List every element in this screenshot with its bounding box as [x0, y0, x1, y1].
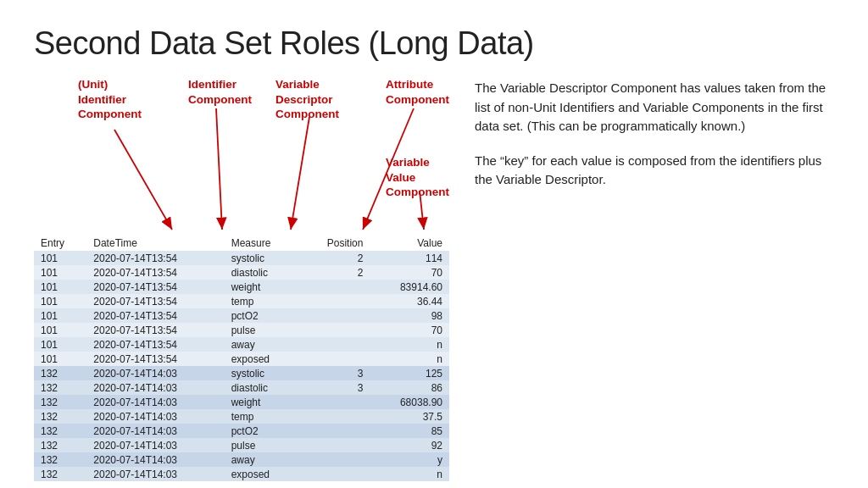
table-cell: exposed: [225, 352, 300, 366]
table-cell: n: [370, 352, 449, 366]
table-cell: 2020-07-14T13:54: [86, 280, 224, 294]
table-cell: 132: [34, 366, 86, 380]
svg-line-2: [216, 108, 222, 230]
table-cell: systolic: [225, 366, 300, 380]
table-cell: 101: [34, 308, 86, 323]
table-cell: 114: [370, 251, 449, 265]
table-cell: away: [225, 452, 300, 467]
right-text-2: The “key” for each value is composed fro…: [475, 152, 834, 190]
table-cell: [299, 409, 370, 424]
table-cell: 132: [34, 380, 86, 395]
table-cell: y: [370, 452, 449, 467]
label-variable-descriptor: Variable Descriptor Component: [275, 77, 339, 122]
table-cell: [299, 467, 370, 481]
table-cell: pctO2: [225, 424, 300, 438]
label-unit-identifier: (Unit) Identifier Component: [78, 77, 142, 122]
table-cell: temp: [225, 294, 300, 308]
table-cell: 2020-07-14T13:54: [86, 308, 224, 323]
labels-area: (Unit) Identifier Component Identifier C…: [34, 70, 458, 236]
table-cell: 2020-07-14T13:54: [86, 352, 224, 366]
table-cell: 101: [34, 251, 86, 265]
table-row: 1012020-07-14T13:54diastolic270: [34, 265, 449, 280]
table-cell: 132: [34, 438, 86, 452]
table-cell: exposed: [225, 467, 300, 481]
svg-line-3: [291, 117, 309, 230]
table-row: 1322020-07-14T14:03diastolic386: [34, 380, 449, 395]
table-cell: 70: [370, 323, 449, 337]
table-cell: pulse: [225, 323, 300, 337]
slide-title: Second Data Set Roles (Long Data): [34, 25, 834, 62]
col-entry: Entry: [34, 236, 86, 251]
table-cell: pctO2: [225, 308, 300, 323]
table-row: 1012020-07-14T13:54pctO298: [34, 308, 449, 323]
table-cell: 98: [370, 308, 449, 323]
table-cell: weight: [225, 395, 300, 409]
table-cell: 101: [34, 323, 86, 337]
table-cell: 132: [34, 424, 86, 438]
table-cell: 2020-07-14T14:03: [86, 438, 224, 452]
label-identifier-component: Identifier Component: [188, 77, 252, 107]
table-cell: 2020-07-14T14:03: [86, 409, 224, 424]
slide: Second Data Set Roles (Long Data) (Unit)…: [0, 0, 868, 488]
table-cell: n: [370, 467, 449, 481]
table-cell: 85: [370, 424, 449, 438]
col-value: Value: [370, 236, 449, 251]
table-cell: 101: [34, 337, 86, 352]
table-row: 1322020-07-14T14:03pulse92: [34, 438, 449, 452]
table-cell: 2020-07-14T14:03: [86, 452, 224, 467]
table-cell: diastolic: [225, 265, 300, 280]
col-measure: Measure: [225, 236, 300, 251]
table-cell: 101: [34, 352, 86, 366]
content-area: (Unit) Identifier Component Identifier C…: [34, 70, 834, 481]
table-row: 1322020-07-14T14:03exposedn: [34, 467, 449, 481]
table-row: 1322020-07-14T14:03awayy: [34, 452, 449, 467]
col-datetime: DateTime: [86, 236, 224, 251]
table-cell: 132: [34, 452, 86, 467]
table-cell: 70: [370, 265, 449, 280]
table-cell: systolic: [225, 251, 300, 265]
table-cell: [299, 424, 370, 438]
table-cell: 2020-07-14T13:54: [86, 294, 224, 308]
table-row: 1322020-07-14T14:03temp37.5: [34, 409, 449, 424]
table-cell: 2020-07-14T13:54: [86, 265, 224, 280]
table-cell: 2020-07-14T13:54: [86, 337, 224, 352]
table-cell: [299, 280, 370, 294]
table-cell: [299, 308, 370, 323]
table-body: 1012020-07-14T13:54systolic21141012020-0…: [34, 251, 449, 481]
table-row: 1012020-07-14T13:54awayn: [34, 337, 449, 352]
data-table: Entry DateTime Measure Position Value 10…: [34, 236, 449, 481]
label-attribute-component: Attribute Component: [386, 77, 449, 107]
table-cell: [299, 395, 370, 409]
table-cell: [299, 452, 370, 467]
table-cell: [299, 323, 370, 337]
table-cell: 2020-07-14T13:54: [86, 323, 224, 337]
table-row: 1012020-07-14T13:54temp36.44: [34, 294, 449, 308]
table-header-row: Entry DateTime Measure Position Value: [34, 236, 449, 251]
left-section: (Unit) Identifier Component Identifier C…: [34, 70, 458, 481]
table-row: 1012020-07-14T13:54pulse70: [34, 323, 449, 337]
table-cell: 2020-07-14T13:54: [86, 251, 224, 265]
right-text-1: The Variable Descriptor Component has va…: [475, 79, 834, 136]
table-cell: 36.44: [370, 294, 449, 308]
table-row: 1322020-07-14T14:03systolic3125: [34, 366, 449, 380]
right-section: The Variable Descriptor Component has va…: [475, 70, 834, 205]
table-cell: 132: [34, 467, 86, 481]
table-cell: temp: [225, 409, 300, 424]
table-cell: weight: [225, 280, 300, 294]
table-cell: 132: [34, 409, 86, 424]
table-cell: [299, 294, 370, 308]
table-cell: 125: [370, 366, 449, 380]
table-cell: 2020-07-14T14:03: [86, 380, 224, 395]
table-row: 1322020-07-14T14:03weight68038.90: [34, 395, 449, 409]
table-cell: 2020-07-14T14:03: [86, 395, 224, 409]
table-row: 1322020-07-14T14:03pctO285: [34, 424, 449, 438]
table-cell: 68038.90: [370, 395, 449, 409]
table-cell: [299, 438, 370, 452]
table-cell: 101: [34, 265, 86, 280]
table-row: 1012020-07-14T13:54weight83914.60: [34, 280, 449, 294]
table-cell: pulse: [225, 438, 300, 452]
table-cell: 132: [34, 395, 86, 409]
table-cell: 86: [370, 380, 449, 395]
table-cell: diastolic: [225, 380, 300, 395]
table-cell: 2020-07-14T14:03: [86, 366, 224, 380]
